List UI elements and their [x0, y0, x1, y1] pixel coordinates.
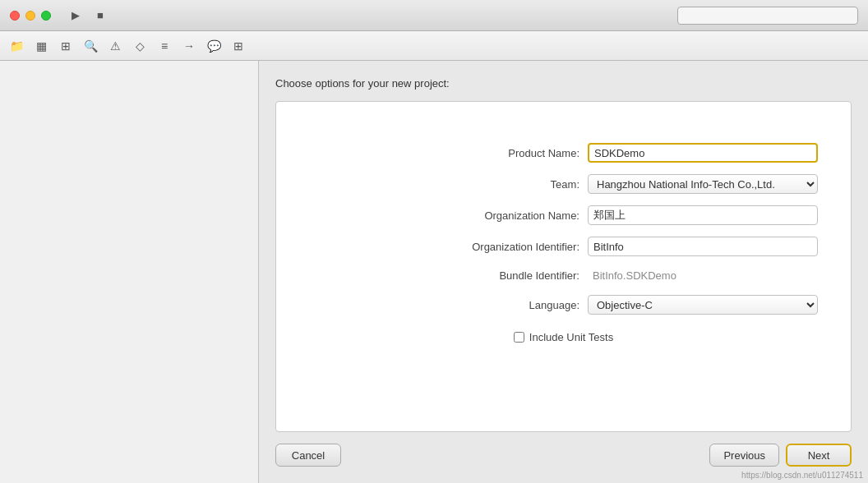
grid-icon[interactable]: ▦ — [33, 38, 49, 54]
list-icon[interactable]: ≡ — [156, 38, 173, 54]
org-id-label: Organization Identifier: — [472, 241, 579, 253]
toolbar-icons: ▶ ■ — [69, 9, 107, 22]
unit-tests-row: Include Unit Tests — [309, 331, 818, 343]
diamond-icon[interactable]: ◇ — [132, 38, 148, 54]
product-name-row: Product Name: — [309, 143, 818, 163]
org-id-input[interactable] — [588, 237, 818, 256]
dialog-title: Choose options for your new project: — [275, 77, 852, 90]
title-bar: ▶ ■ — [0, 0, 868, 31]
bundle-id-row: Bundle Identifier: BitInfo.SDKDemo — [309, 268, 818, 283]
next-button[interactable]: Next — [786, 444, 852, 467]
org-id-row: Organization Identifier: — [309, 237, 818, 256]
warning-icon[interactable]: ⚠ — [107, 38, 123, 54]
bundle-id-value: BitInfo.SDKDemo — [588, 268, 818, 283]
team-label: Team: — [551, 178, 579, 191]
unit-tests-checkbox[interactable] — [514, 332, 524, 343]
layers-icon[interactable]: ⊞ — [58, 38, 74, 54]
chat-icon[interactable]: 💬 — [205, 38, 222, 54]
dialog-area: Choose options for your new project: Pro… — [259, 61, 868, 483]
language-select[interactable]: Swift Objective-C — [588, 295, 818, 315]
secondary-toolbar: 📁 ▦ ⊞ 🔍 ⚠ ◇ ≡ → 💬 ⊞ — [0, 31, 868, 61]
close-button[interactable] — [10, 11, 20, 21]
sidebar — [0, 61, 259, 483]
org-name-label: Organization Name: — [484, 209, 579, 222]
minimize-button[interactable] — [25, 11, 35, 21]
bundle-id-label: Bundle Identifier: — [499, 269, 579, 282]
dialog-panel: Product Name: Team: Hangzhou National In… — [275, 101, 852, 432]
form-area: Product Name: Team: Hangzhou National In… — [309, 143, 818, 343]
stop-icon[interactable]: ■ — [94, 9, 107, 22]
org-name-input[interactable] — [588, 205, 818, 225]
team-select[interactable]: Hangzhou National Info-Tech Co.,Ltd. — [588, 174, 818, 194]
dialog-footer: Cancel Previous Next — [275, 444, 852, 467]
main-area: Choose options for your new project: Pro… — [0, 61, 868, 483]
product-name-label: Product Name: — [508, 147, 579, 159]
title-search-input[interactable] — [677, 7, 858, 25]
org-name-row: Organization Name: — [309, 205, 818, 225]
traffic-lights — [10, 11, 51, 21]
unit-tests-label: Include Unit Tests — [529, 331, 613, 343]
language-label: Language: — [529, 299, 579, 311]
arrow-icon[interactable]: → — [181, 38, 197, 54]
product-name-input[interactable] — [588, 143, 818, 163]
play-icon[interactable]: ▶ — [69, 9, 82, 22]
cancel-button[interactable]: Cancel — [275, 444, 341, 467]
team-row: Team: Hangzhou National Info-Tech Co.,Lt… — [309, 174, 818, 194]
nav-buttons: Previous Next — [709, 444, 852, 467]
language-row: Language: Swift Objective-C — [309, 295, 818, 315]
maximize-button[interactable] — [41, 11, 51, 21]
search-icon[interactable]: 🔍 — [82, 38, 99, 54]
split-icon[interactable]: ⊞ — [230, 38, 247, 54]
folder-icon[interactable]: 📁 — [8, 38, 25, 54]
previous-button[interactable]: Previous — [709, 444, 779, 467]
